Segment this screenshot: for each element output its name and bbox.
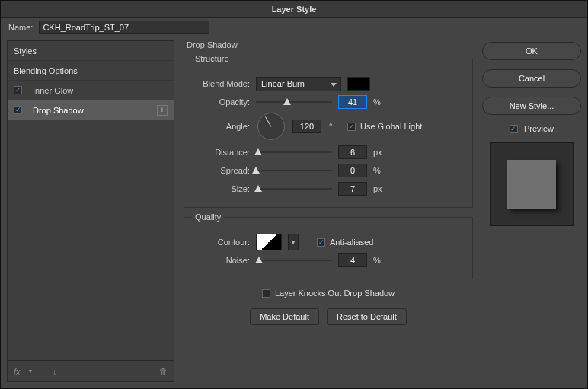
spread-unit: % bbox=[373, 166, 384, 175]
styles-header[interactable]: Styles bbox=[8, 41, 174, 61]
effect-label: Inner Glow bbox=[27, 86, 73, 95]
blendmode-select[interactable]: Linear Burn bbox=[256, 77, 341, 91]
blendmode-label: Blend Mode: bbox=[197, 79, 250, 88]
size-unit: px bbox=[373, 184, 384, 193]
noise-unit: % bbox=[373, 256, 384, 265]
size-slider[interactable] bbox=[256, 183, 332, 194]
angle-label: Angle: bbox=[197, 122, 250, 131]
shadow-color-swatch[interactable] bbox=[347, 77, 370, 91]
effect-checkbox[interactable] bbox=[14, 106, 22, 114]
add-effect-icon[interactable]: + bbox=[157, 105, 168, 116]
quality-group: Quality Contour: ▾ Anti-aliased Noise: bbox=[184, 217, 473, 279]
spread-slider[interactable] bbox=[256, 165, 332, 176]
distance-input[interactable] bbox=[338, 145, 367, 159]
preview-checkbox[interactable] bbox=[510, 125, 518, 133]
effect-checkbox[interactable] bbox=[14, 86, 22, 94]
opacity-slider[interactable] bbox=[256, 97, 332, 107]
layer-style-dialog: Layer Style Name: Styles Blending Option… bbox=[0, 0, 588, 389]
opacity-input[interactable] bbox=[338, 95, 367, 109]
styles-footer: fx ▼ ↑ ↓ 🗑 bbox=[8, 360, 174, 381]
blending-options-row[interactable]: Blending Options bbox=[8, 61, 174, 81]
name-row: Name: bbox=[1, 18, 587, 37]
styles-panel: Styles Blending Options Inner Glow Drop … bbox=[7, 40, 174, 382]
opacity-label: Opacity: bbox=[197, 97, 250, 107]
size-label: Size: bbox=[197, 184, 250, 193]
make-default-button[interactable]: Make Default bbox=[250, 308, 319, 325]
effect-label: Drop Shadow bbox=[27, 106, 84, 115]
effect-settings-panel: Drop Shadow Structure Blend Mode: Linear… bbox=[181, 40, 476, 382]
quality-legend: Quality bbox=[192, 212, 224, 222]
contour-label: Contour: bbox=[197, 238, 250, 247]
dialog-buttons: OK Cancel New Style... Preview bbox=[482, 40, 581, 382]
fx-menu-chevron-icon[interactable]: ▼ bbox=[28, 368, 34, 374]
opacity-unit: % bbox=[373, 97, 384, 107]
move-down-icon[interactable]: ↓ bbox=[53, 367, 57, 376]
new-style-button[interactable]: New Style... bbox=[482, 97, 581, 115]
effect-row-inner-glow[interactable]: Inner Glow bbox=[8, 81, 174, 100]
global-light-checkbox[interactable] bbox=[347, 123, 356, 131]
angle-input[interactable] bbox=[292, 120, 321, 133]
angle-unit: ° bbox=[329, 122, 340, 131]
size-input[interactable] bbox=[338, 182, 367, 196]
contour-dropdown-icon[interactable]: ▾ bbox=[288, 234, 299, 250]
structure-group: Structure Blend Mode: Linear Burn Opacit… bbox=[184, 59, 473, 208]
knockout-checkbox[interactable] bbox=[262, 289, 270, 298]
trash-icon[interactable]: 🗑 bbox=[159, 367, 168, 376]
preview-thumbnail bbox=[490, 142, 574, 226]
noise-label: Noise: bbox=[197, 256, 250, 265]
noise-input[interactable] bbox=[338, 253, 367, 267]
antialiased-label: Anti-aliased bbox=[330, 238, 373, 247]
cancel-button[interactable]: Cancel bbox=[482, 69, 581, 88]
dialog-title: Layer Style bbox=[272, 5, 317, 14]
name-input[interactable] bbox=[39, 21, 209, 34]
ok-button[interactable]: OK bbox=[482, 42, 581, 60]
titlebar: Layer Style bbox=[1, 1, 587, 18]
noise-slider[interactable] bbox=[256, 255, 332, 266]
preview-label: Preview bbox=[524, 124, 554, 133]
name-label: Name: bbox=[8, 23, 33, 32]
effect-title: Drop Shadow bbox=[184, 40, 473, 49]
antialiased-checkbox[interactable] bbox=[317, 238, 325, 247]
distance-slider[interactable] bbox=[256, 147, 332, 158]
move-up-icon[interactable]: ↑ bbox=[41, 367, 46, 376]
reset-default-button[interactable]: Reset to Default bbox=[327, 308, 407, 325]
spread-input[interactable] bbox=[338, 164, 367, 177]
fx-menu-icon[interactable]: fx bbox=[14, 367, 21, 376]
effect-row-drop-shadow[interactable]: Drop Shadow + bbox=[8, 100, 174, 120]
distance-label: Distance: bbox=[197, 148, 250, 157]
preview-swatch bbox=[507, 160, 556, 209]
global-light-label: Use Global Light bbox=[360, 122, 422, 131]
structure-legend: Structure bbox=[192, 54, 232, 63]
angle-dial[interactable] bbox=[257, 113, 285, 140]
distance-unit: px bbox=[373, 148, 384, 157]
spread-label: Spread: bbox=[197, 166, 250, 175]
contour-preview[interactable] bbox=[256, 234, 282, 250]
knockout-label: Layer Knocks Out Drop Shadow bbox=[275, 289, 395, 298]
